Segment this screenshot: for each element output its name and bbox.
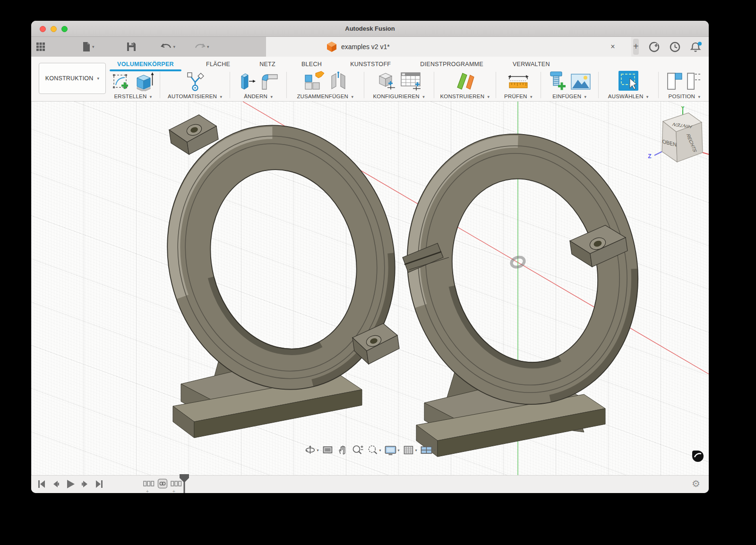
save-button[interactable] — [127, 42, 136, 51]
group-pruefen[interactable]: PRÜFEN ▾ — [499, 71, 537, 100]
new-tab-button[interactable]: + — [633, 39, 639, 55]
configure-part-icon[interactable] — [376, 70, 396, 91]
undo-icon — [161, 42, 172, 51]
tab-verwalten[interactable]: VERWALTEN — [513, 61, 550, 68]
display-settings-button[interactable]: ▾ — [384, 444, 399, 456]
group-konfigurieren[interactable]: KONFIGURIEREN ▾ — [368, 71, 430, 100]
tab-volumenkoerper[interactable]: VOLUMENKÖRPER — [110, 61, 181, 68]
grid-settings-button[interactable]: ▾ — [403, 444, 417, 456]
position-ghost-icon[interactable] — [687, 70, 702, 91]
group-label-konfigurieren: KONFIGURIEREN — [373, 94, 419, 99]
position-icon[interactable] — [667, 70, 683, 91]
step-forward-button[interactable] — [80, 479, 90, 489]
tab-dienstprogramme[interactable]: DIENSTPROGRAMME — [420, 61, 483, 68]
group-label-position: POSITION — [669, 94, 696, 99]
zoom-icon — [351, 444, 363, 456]
tab-netz[interactable]: NETZ — [259, 61, 275, 68]
document-tab[interactable]: examples v2 v1* × — [266, 37, 631, 57]
file-menu-button[interactable]: ▾ — [82, 42, 94, 52]
tab-blech[interactable]: BLECH — [301, 61, 322, 68]
measure-icon[interactable] — [507, 72, 530, 91]
konstruktion-dropdown[interactable]: KONSTRUKTION ▾ — [39, 63, 106, 94]
pan-button[interactable] — [336, 444, 348, 456]
viewports-button[interactable]: ▾ — [421, 444, 436, 456]
axis-z-label: Z — [648, 153, 651, 160]
step-back-button[interactable] — [51, 479, 60, 489]
document-tab-title: examples v2 v1* — [341, 43, 390, 51]
group-label-automatisieren: AUTOMATISIEREN — [168, 94, 217, 99]
group-divider — [160, 72, 160, 98]
tab-kunststoff[interactable]: KUNSTSTOFF — [350, 61, 391, 68]
viewport-canvas[interactable]: Y Z X HINTEN OBEN RECHTS ▾ — [31, 102, 709, 475]
go-to-start-button[interactable] — [37, 479, 46, 489]
app-toolbar: ▾ ▾ — [31, 37, 266, 57]
group-label-auswaehlen: AUSWÄHLEN — [608, 94, 644, 99]
timeline-bar: + + ⚙ — [31, 475, 709, 493]
app-toolbar-row: ▾ ▾ — [31, 37, 709, 57]
undo-caret: ▾ — [173, 44, 176, 49]
timeline-linked-component[interactable] — [157, 478, 168, 489]
ring-mount-left[interactable] — [140, 102, 422, 438]
press-pull-icon[interactable] — [238, 71, 256, 91]
app-grid-button[interactable] — [36, 42, 45, 51]
group-aendern[interactable]: ÄNDERN ▾ — [233, 71, 283, 100]
insert-fastener-icon[interactable] — [548, 70, 567, 91]
orbit-button[interactable]: ▾ — [304, 444, 318, 456]
app-grid-icon — [36, 42, 45, 51]
group-zusammenfuegen[interactable]: ZUSAMMENFÜGEN ▾ — [290, 71, 361, 100]
combine-icon[interactable] — [302, 70, 325, 91]
ribbon-groups: ERSTELLEN ▾ AUTOMATISIEREN ▾ — [110, 71, 707, 100]
display-settings-icon — [384, 444, 396, 456]
timeline-expand-group-1[interactable]: + — [146, 489, 149, 493]
orbit-caret: ▾ — [317, 448, 318, 452]
group-auswaehlen[interactable]: AUSWÄHLEN ▾ — [601, 71, 654, 100]
group-label-zusammenfuegen: ZUSAMMENFÜGEN — [297, 94, 348, 99]
viewport-navbar: ▾ — [304, 444, 435, 456]
joint-icon[interactable] — [329, 70, 348, 91]
bell-icon — [690, 42, 703, 53]
select-icon[interactable] — [618, 70, 639, 91]
konstruktion-label: KONSTRUKTION — [45, 75, 94, 82]
orbit-icon — [304, 444, 316, 456]
fillet-icon[interactable] — [259, 71, 279, 91]
group-label-einfuegen: EINFÜGEN — [552, 94, 581, 99]
group-automatisieren[interactable]: AUTOMATISIEREN ▾ — [163, 71, 226, 100]
zoom-window-button[interactable]: ▾ — [367, 444, 381, 456]
group-konstruieren[interactable]: KONSTRUIEREN ▾ — [438, 71, 492, 100]
timeline-settings-gear[interactable]: ⚙ — [692, 478, 700, 489]
job-status-button[interactable] — [670, 42, 680, 52]
create-sketch-icon[interactable] — [112, 72, 129, 91]
zoom-button[interactable] — [351, 444, 363, 456]
automate-icon[interactable] — [185, 71, 205, 91]
viewcube[interactable]: Y Z X HINTEN OBEN RECHTS — [643, 106, 709, 168]
group-divider — [364, 72, 364, 98]
zoom-window-icon — [367, 444, 378, 456]
configuration-table-icon[interactable] — [400, 70, 421, 91]
play-button[interactable] — [65, 479, 76, 489]
redo-button[interactable]: ▾ — [194, 42, 209, 51]
undo-button[interactable]: ▾ — [161, 42, 176, 51]
ring-mount-right[interactable] — [382, 112, 662, 457]
go-to-end-button[interactable] — [94, 479, 104, 489]
axis-y-label: Y — [681, 106, 685, 111]
group-divider — [658, 72, 659, 98]
timeline-playhead[interactable] — [178, 473, 190, 493]
file-menu-caret: ▾ — [92, 44, 94, 49]
extensions-button[interactable] — [649, 42, 660, 52]
insert-image-icon[interactable] — [570, 73, 591, 91]
look-at-button[interactable] — [322, 444, 333, 456]
tab-flaeche[interactable]: FLÄCHE — [206, 61, 230, 68]
timeline-expand-group-2[interactable]: + — [172, 489, 175, 493]
autodesk-assistant-badge[interactable] — [692, 450, 704, 462]
timeline-feature-group-1[interactable] — [143, 480, 155, 487]
group-position[interactable]: POSITION ▾ — [662, 71, 707, 100]
group-label-pruefen: PRÜFEN — [504, 94, 527, 99]
group-einfuegen[interactable]: EINFÜGEN ▾ — [544, 71, 595, 100]
group-erstellen[interactable]: ERSTELLEN ▾ — [110, 71, 156, 100]
look-at-icon — [322, 444, 333, 456]
construct-plane-icon[interactable] — [455, 70, 475, 91]
notifications-button[interactable] — [690, 42, 701, 52]
extensions-icon — [649, 42, 660, 52]
close-tab-button[interactable]: × — [608, 42, 618, 52]
extrude-icon[interactable] — [133, 71, 154, 91]
